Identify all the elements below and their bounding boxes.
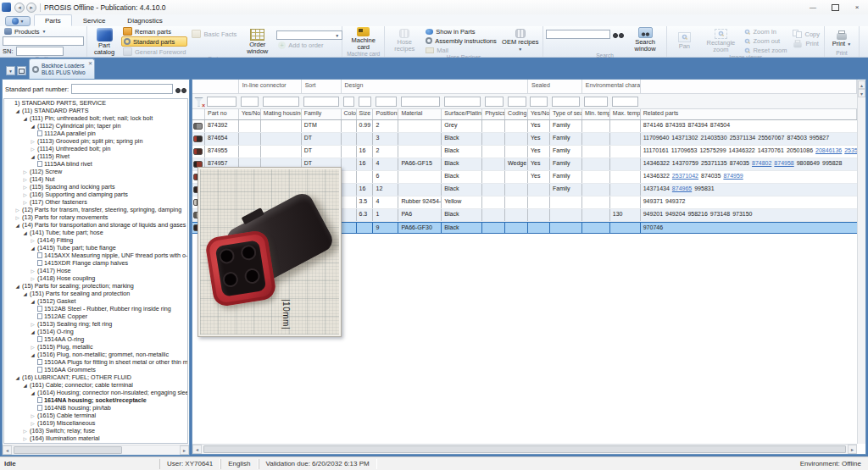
minimize-button[interactable]: — [802,0,824,14]
tree-item[interactable]: 1115AA blind rivet [4,160,187,168]
copy-button[interactable]: Copy [791,30,821,38]
tree-item[interactable]: ▷(116) Supporting and clamping parts [4,191,187,198]
tree-item[interactable]: ▷(1113) Grooved pin; split pin; spring p… [4,137,187,145]
table-horizontal-scrollbar[interactable]: ◂ ▸ [192,444,857,454]
column-header-family[interactable]: Family [302,109,342,119]
collapsed-arrow-icon[interactable]: ▷ [30,238,36,243]
tree-item[interactable]: ▷(1418) Hose coupling [4,274,187,282]
related-part-link[interactable]: 20846136 [815,147,842,153]
expanded-arrow-icon[interactable]: ◢ [22,116,28,121]
tree-item[interactable]: 1614NB housing; pin/tab [4,404,187,412]
collapsed-arrow-icon[interactable]: ▷ [30,147,36,152]
column-filter-input[interactable] [485,97,504,107]
general-foreword-button[interactable]: General Foreword [121,47,187,56]
related-part-link[interactable]: 874958 [774,160,793,166]
hose-recipes-button[interactable]: Hose recipes [387,29,421,53]
expanded-arrow-icon[interactable]: ◢ [30,390,36,395]
tree-item[interactable]: 1) STANDARD PARTS, SERVICE [4,99,187,107]
column-filter-input[interactable] [303,97,339,107]
column-header-min-temp[interactable]: Min. temp [582,109,610,119]
column-header-physics[interactable]: Physics [482,109,505,119]
scroll-right-icon[interactable]: ▸ [848,445,857,454]
tab-list-dropdown-button[interactable]: ▼ [6,66,15,75]
products-button[interactable]: Products▼ [3,27,84,36]
expanded-arrow-icon[interactable]: ◢ [22,230,28,235]
clear-filter-button[interactable] [192,94,205,108]
column-filter-input[interactable] [530,97,548,107]
collapsed-arrow-icon[interactable]: ▷ [22,169,28,174]
collapsed-arrow-icon[interactable]: ▷ [22,429,28,434]
tab-parts[interactable]: Parts [34,14,72,26]
collapsed-arrow-icon[interactable]: ▷ [22,436,28,441]
tree-item[interactable]: ◢(14) Parts for transportation and stora… [4,221,187,229]
expanded-arrow-icon[interactable]: ◢ [30,246,36,251]
assembly-instructions-button[interactable]: Assembly instructions [424,36,498,45]
collapsed-arrow-icon[interactable]: ▷ [22,185,28,190]
tab-pin-button[interactable] [17,66,26,75]
tree-item[interactable]: ▷(1515) Plug, metallic [4,343,187,351]
tree-item[interactable]: ◢(16) LUBRICANT; FUEL; OTHER FLUID [4,373,187,381]
column-header-part-no[interactable]: Part no [205,109,239,119]
tree-item[interactable]: ▷(1414) Fitting [4,236,187,244]
column-filter-input[interactable] [508,97,526,107]
tree-item[interactable]: 1415XDR Flange clamp halves [4,259,187,267]
expanded-arrow-icon[interactable]: ◢ [30,329,36,335]
part-number-input[interactable] [71,84,173,94]
collapsed-arrow-icon[interactable]: ▷ [22,192,28,197]
related-part-link[interactable]: 25350489 [844,147,857,153]
order-combobox[interactable] [276,30,342,40]
binoculars-icon[interactable] [613,30,624,38]
tree-item[interactable]: ◢(1516) Plug, non-metallic; grommet, non… [4,351,187,358]
tree-item[interactable]: ◢(15) Parts for sealing; protection; mar… [4,282,187,290]
tree-item[interactable]: ◢(1512) Gasket [4,297,187,305]
table-row[interactable]: 874955DT162BlackYesFamily111701611170965… [192,146,857,158]
products-input[interactable] [3,36,84,46]
expanded-arrow-icon[interactable]: ◢ [22,383,28,388]
expanded-arrow-icon[interactable]: ◢ [30,154,36,159]
table-row[interactable]: 874392DTM0.992GreyYesFamily8741468743938… [192,120,857,133]
tree-item[interactable]: ▷(1513) Sealing ring; felt ring [4,320,187,328]
tab-service[interactable]: Service [72,14,117,26]
tree-item[interactable]: ◢(1115) Rivet [4,152,187,160]
tree-item[interactable]: ◢(151) Parts for sealing and protection [4,290,187,297]
column-header-color[interactable]: Color [342,109,357,119]
tree-item[interactable]: ▷(13) Parts for rotary movements [4,213,187,221]
collapsed-arrow-icon[interactable]: ▷ [30,413,36,418]
tree-item[interactable]: 1512AB Steel - Rubber, Rubber ring insid… [4,305,187,312]
column-filter-input[interactable] [263,97,299,107]
collapsed-arrow-icon[interactable]: ▷ [30,345,36,350]
sn-input[interactable] [16,47,64,56]
oem-recipes-button[interactable]: OEM recipes ▼ [501,29,540,53]
expanded-arrow-icon[interactable]: ◢ [30,352,36,357]
column-filter-input[interactable] [444,97,481,107]
column-filter-input[interactable] [401,97,440,107]
column-header-coding[interactable]: Coding [505,109,528,119]
reman-parts-button[interactable]: Reman parts [121,27,187,36]
expanded-arrow-icon[interactable]: ◢ [22,291,28,296]
maximize-button[interactable] [824,0,846,14]
binoculars-icon[interactable] [175,86,186,93]
table-row[interactable]: 874654DT3BlackYesFamily11709640143713022… [192,133,857,146]
column-header-mating-housing[interactable]: Mating housing [261,109,302,119]
tree-item[interactable]: ◢(1112) Cylindrical pin; taper pin [4,122,187,130]
show-in-parts-button[interactable]: Show in Parts [424,27,498,36]
tree-item[interactable]: 1512AE Copper [4,312,187,320]
tree-item[interactable]: ▷(164) Illumination material [4,434,187,442]
scroll-right-icon[interactable]: ▸ [180,445,189,455]
column-header-size[interactable]: Size [357,109,374,119]
scroll-left-icon[interactable]: ◂ [192,445,202,454]
zoom-out-button[interactable]: Zoom out [743,36,788,45]
scrollbar-thumb[interactable] [203,445,846,453]
tree-item[interactable]: ▷(114) Nut [4,175,187,183]
collapsed-arrow-icon[interactable]: ▷ [30,268,36,274]
back-button[interactable]: ◂ [14,3,25,13]
tree-item[interactable]: ◢(1415) Tube part; tube flange [4,244,187,252]
tree-item[interactable]: 1614NA housing; socket/receptacle [4,396,187,404]
expanded-arrow-icon[interactable]: ◢ [14,108,20,113]
column-header-related-parts[interactable]: Related parts [641,109,857,119]
tree-item[interactable]: 1415AXX Measuring nipple, UNF thread por… [4,252,187,259]
tree-item[interactable]: ▷(163) Switch; relay; fuse [4,427,187,434]
column-header-max-temp[interactable]: Max. temp [610,109,641,119]
column-header-yes-no[interactable]: Yes/No [239,109,261,119]
related-part-link[interactable]: 25371042 [672,173,698,179]
